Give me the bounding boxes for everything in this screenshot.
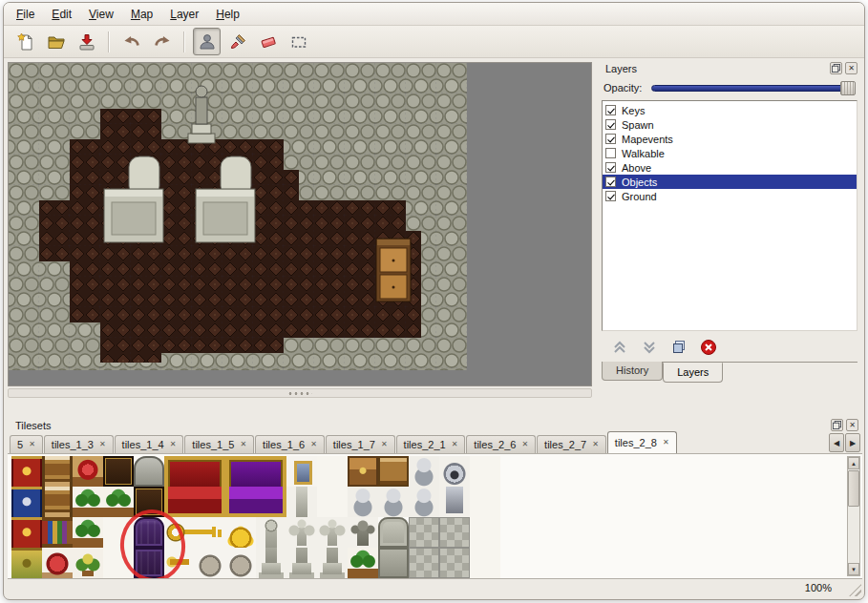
layer-row-keys[interactable]: Keys (603, 103, 857, 117)
tile-throne-red-bl[interactable] (164, 487, 195, 517)
tileset-view[interactable]: ▲ ▼ (8, 453, 862, 579)
tile-cushion[interactable] (73, 456, 103, 487)
opacity-slider-handle[interactable] (840, 81, 856, 95)
tile-cobble[interactable] (409, 548, 439, 578)
new-file-button[interactable] (11, 28, 39, 55)
scroll-tabs-left-icon[interactable]: ◀ (829, 433, 844, 452)
tile-wardrobe[interactable] (134, 487, 164, 517)
move-layer-up-button[interactable] (609, 337, 630, 358)
open-file-button[interactable] (42, 28, 70, 55)
menu-help[interactable]: Help (207, 5, 248, 24)
tile-blank[interactable] (470, 456, 500, 487)
tile-throne-red-tr[interactable] (195, 456, 225, 487)
tileset-tab-tiles_2_7[interactable]: tiles_2_7✕ (537, 435, 606, 453)
tile-statue-bottom[interactable] (256, 548, 286, 578)
tile-banner-red[interactable] (11, 456, 42, 487)
tile-blank[interactable] (103, 517, 134, 548)
tab-close-icon[interactable]: ✕ (240, 441, 246, 448)
tileset-tab-tiles_2_6[interactable]: tiles_2_6✕ (466, 435, 536, 453)
tile-plant[interactable] (73, 517, 103, 548)
dock-tab-layers[interactable]: Layers (663, 363, 723, 383)
tab-close-icon[interactable]: ✕ (381, 441, 388, 448)
tile-rock[interactable] (225, 548, 256, 578)
tile-cobble[interactable] (409, 517, 439, 548)
close-dock-icon[interactable]: ✕ (845, 62, 857, 74)
tile-chest[interactable] (348, 456, 378, 487)
menu-map[interactable]: Map (122, 5, 161, 24)
horizontal-splitter[interactable] (8, 388, 592, 398)
tile-roller[interactable] (42, 487, 73, 517)
tile-knight-top[interactable] (439, 456, 470, 487)
layer-row-above[interactable]: Above (603, 160, 857, 175)
tile-armor[interactable] (409, 487, 439, 517)
layer-visibility-checkbox[interactable] (605, 148, 616, 158)
tile-banner-red[interactable] (11, 517, 42, 548)
tileset-tab-tiles_1_7[interactable]: tiles_1_7✕ (326, 435, 395, 453)
tile-key-handle[interactable] (164, 548, 195, 578)
tile-blank[interactable] (470, 517, 500, 548)
undo-button[interactable] (117, 28, 145, 55)
tile-armor[interactable] (378, 487, 409, 517)
tile-statue-bottom[interactable] (317, 548, 348, 578)
tile-gold[interactable] (225, 517, 256, 548)
tab-close-icon[interactable]: ✕ (592, 441, 599, 448)
tile-banana[interactable] (73, 548, 103, 578)
tile-obelisk-top[interactable] (286, 487, 317, 517)
tileset-tab-tiles_2_1[interactable]: tiles_2_1✕ (396, 435, 466, 453)
tile-throne-purple-bl[interactable] (225, 487, 256, 517)
menu-file[interactable]: File (8, 5, 43, 24)
layer-row-ground[interactable]: Ground (603, 189, 857, 203)
tab-close-icon[interactable]: ✕ (521, 441, 528, 448)
delete-layer-button[interactable] (698, 337, 719, 358)
tileset-tab-tiles_2_8[interactable]: tiles_2_8✕ (607, 431, 677, 453)
dock-tab-history[interactable]: History (602, 362, 663, 381)
tile-blank[interactable] (103, 548, 134, 578)
tab-close-icon[interactable]: ✕ (99, 441, 106, 448)
scrollbar-thumb[interactable] (848, 470, 859, 507)
float-dock-icon[interactable] (831, 419, 843, 431)
tile-angel[interactable] (317, 517, 348, 548)
rect-select-tool-button[interactable] (285, 28, 312, 55)
tile-statue-top[interactable] (256, 517, 286, 548)
tileset-tab-tiles_1_3[interactable]: tiles_1_3✕ (44, 435, 114, 453)
map-viewport[interactable] (8, 62, 592, 386)
tile-throne-red-br[interactable] (195, 487, 225, 517)
tab-close-icon[interactable]: ✕ (310, 441, 317, 448)
tile-throne-purple-br[interactable] (256, 487, 286, 517)
tile-banner-blue[interactable] (11, 487, 42, 517)
redo-button[interactable] (148, 28, 176, 55)
tile-books[interactable] (42, 517, 73, 548)
tile-shelf[interactable] (378, 456, 409, 487)
layer-visibility-checkbox[interactable] (605, 162, 616, 173)
tile-knight-bottom[interactable] (439, 487, 470, 517)
tile-cobble[interactable] (439, 548, 470, 578)
resize-grip[interactable] (849, 584, 861, 596)
eraser-tool-button[interactable] (254, 28, 282, 55)
tile-throne-purple-tr[interactable] (256, 456, 286, 487)
layer-row-mapevents[interactable]: Mapevents (603, 132, 857, 146)
tileset-tab-tiles_1_6[interactable]: tiles_1_6✕ (255, 435, 325, 453)
tile-monument-top[interactable] (378, 517, 409, 548)
float-dock-icon[interactable] (830, 62, 842, 74)
tile-key-left[interactable] (164, 517, 195, 548)
tile-armor[interactable] (409, 456, 439, 487)
scroll-down-icon[interactable]: ▼ (848, 563, 859, 575)
scroll-up-icon[interactable]: ▲ (848, 457, 859, 469)
map-canvas[interactable] (9, 63, 467, 370)
tile-statue-bottom[interactable] (286, 548, 317, 578)
stamp-tool-button[interactable] (193, 28, 221, 55)
tile-plant[interactable] (103, 487, 134, 517)
layer-visibility-checkbox[interactable] (605, 134, 616, 144)
tile-gargoyle[interactable] (348, 517, 378, 548)
close-dock-icon[interactable]: ✕ (846, 419, 858, 431)
layer-visibility-checkbox[interactable] (605, 105, 616, 115)
layer-row-spawn[interactable]: Spawn (603, 117, 857, 132)
tile-plant[interactable] (348, 548, 378, 578)
tileset-scrollbar[interactable]: ▲ ▼ (847, 456, 860, 576)
tab-close-icon[interactable]: ✕ (29, 441, 35, 448)
tile-banner-gold[interactable] (11, 548, 42, 578)
tile-door-gray[interactable] (134, 456, 164, 487)
tab-close-icon[interactable]: ✕ (663, 439, 669, 447)
duplicate-layer-button[interactable] (668, 337, 689, 358)
tile-throne-purple-tl[interactable] (225, 456, 256, 487)
